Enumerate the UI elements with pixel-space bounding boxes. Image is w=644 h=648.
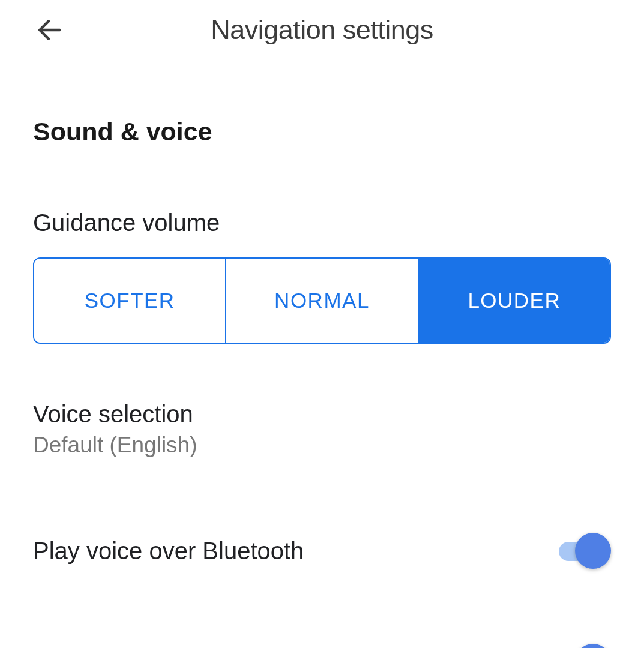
bluetooth-toggle-row: Play voice over Bluetooth	[33, 533, 611, 569]
volume-normal-button[interactable]: NORMAL	[226, 259, 418, 343]
app-header: Navigation settings	[0, 0, 644, 54]
bluetooth-toggle[interactable]	[557, 533, 611, 569]
page-title: Navigation settings	[66, 14, 578, 46]
voice-selection-title: Voice selection	[33, 401, 611, 428]
phone-calls-toggle[interactable]	[557, 644, 611, 648]
section-heading-sound-voice: Sound & voice	[33, 117, 611, 146]
switch-thumb	[575, 644, 611, 648]
voice-selection-subtitle: Default (English)	[33, 433, 611, 458]
arrow-left-icon	[35, 15, 65, 45]
phone-calls-toggle-row: Play voice during phone calls	[33, 644, 611, 648]
switch-thumb	[575, 533, 611, 569]
guidance-volume-label: Guidance volume	[33, 209, 611, 236]
bluetooth-label: Play voice over Bluetooth	[33, 538, 557, 565]
settings-content: Sound & voice Guidance volume SOFTER NOR…	[0, 117, 644, 648]
volume-softer-button[interactable]: SOFTER	[34, 259, 226, 343]
back-button[interactable]	[33, 14, 66, 47]
voice-selection-row[interactable]: Voice selection Default (English)	[33, 401, 611, 458]
guidance-volume-segmented: SOFTER NORMAL LOUDER	[33, 257, 611, 344]
volume-louder-button[interactable]: LOUDER	[419, 259, 610, 343]
